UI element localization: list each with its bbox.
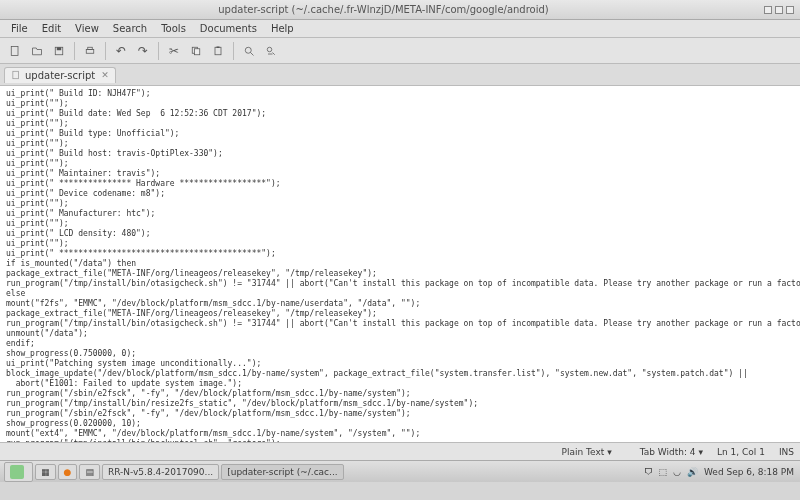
- status-tabwidth[interactable]: Tab Width: 4 ▾: [626, 447, 703, 457]
- system-tray: ⛉ ⬚ ◡ 🔊 Wed Sep 6, 8:18 PM: [641, 467, 797, 477]
- tab-label: updater-script: [25, 70, 95, 81]
- toolbar: ↶ ↷ ✂: [0, 38, 800, 64]
- svg-rect-8: [217, 46, 220, 48]
- svg-point-11: [267, 47, 272, 52]
- svg-rect-12: [13, 71, 19, 79]
- tray-network-icon[interactable]: ⬚: [659, 467, 668, 477]
- taskbar-item-1[interactable]: RR-N-v5.8.4-2017090...: [102, 464, 219, 480]
- tray-wifi-icon[interactable]: ◡: [673, 467, 681, 477]
- status-syntax[interactable]: Plain Text ▾: [548, 447, 612, 457]
- svg-rect-7: [215, 47, 221, 55]
- copy-icon[interactable]: [186, 41, 206, 61]
- svg-rect-0: [11, 46, 18, 55]
- menu-bar: File Edit View Search Tools Documents He…: [0, 20, 800, 38]
- undo-icon[interactable]: ↶: [111, 41, 131, 61]
- print-icon[interactable]: [80, 41, 100, 61]
- svg-rect-4: [88, 47, 93, 49]
- status-cursor-pos: Ln 1, Col 1: [717, 447, 765, 457]
- paste-icon[interactable]: [208, 41, 228, 61]
- taskbar-item-2[interactable]: [updater-script (~/.cac...: [221, 464, 343, 480]
- menu-view[interactable]: View: [68, 21, 106, 36]
- status-insert-mode: INS: [779, 447, 794, 457]
- find-replace-icon[interactable]: [261, 41, 281, 61]
- svg-rect-6: [195, 48, 200, 54]
- close-icon[interactable]: [786, 6, 794, 14]
- menu-search[interactable]: Search: [106, 21, 154, 36]
- taskbar-files-icon[interactable]: ▦: [35, 464, 56, 480]
- open-file-icon[interactable]: [27, 41, 47, 61]
- start-menu-button[interactable]: [4, 462, 33, 482]
- svg-rect-3: [86, 49, 94, 53]
- svg-rect-2: [57, 47, 62, 50]
- menu-file[interactable]: File: [4, 21, 35, 36]
- system-taskbar: ▦ ● ▤ RR-N-v5.8.4-2017090... [updater-sc…: [0, 460, 800, 482]
- taskbar-firefox-icon[interactable]: ●: [58, 464, 78, 480]
- taskbar-terminal-icon[interactable]: ▤: [79, 464, 100, 480]
- tray-updates-icon[interactable]: ⛉: [644, 467, 653, 477]
- menu-help[interactable]: Help: [264, 21, 301, 36]
- svg-point-9: [245, 47, 251, 53]
- find-icon[interactable]: [239, 41, 259, 61]
- menu-edit[interactable]: Edit: [35, 21, 68, 36]
- mint-logo-icon: [10, 465, 24, 479]
- code-editor[interactable]: ui_print(" Build ID: NJH47F"); ui_print(…: [0, 86, 800, 442]
- tray-clock[interactable]: Wed Sep 6, 8:18 PM: [704, 467, 794, 477]
- minimize-icon[interactable]: [764, 6, 772, 14]
- menu-documents[interactable]: Documents: [193, 21, 264, 36]
- tab-updater-script[interactable]: updater-script ✕: [4, 67, 116, 83]
- redo-icon[interactable]: ↷: [133, 41, 153, 61]
- window-title: updater-script (~/.cache/.fr-WlnzjD/META…: [6, 4, 761, 15]
- tab-bar: updater-script ✕: [0, 64, 800, 86]
- window-titlebar: updater-script (~/.cache/.fr-WlnzjD/META…: [0, 0, 800, 20]
- svg-line-10: [251, 52, 254, 55]
- status-bar: Plain Text ▾ Tab Width: 4 ▾ Ln 1, Col 1 …: [0, 442, 800, 460]
- maximize-icon[interactable]: [775, 6, 783, 14]
- tab-close-icon[interactable]: ✕: [101, 70, 109, 80]
- cut-icon[interactable]: ✂: [164, 41, 184, 61]
- tray-volume-icon[interactable]: 🔊: [687, 467, 698, 477]
- new-file-icon[interactable]: [5, 41, 25, 61]
- save-icon[interactable]: [49, 41, 69, 61]
- menu-tools[interactable]: Tools: [154, 21, 193, 36]
